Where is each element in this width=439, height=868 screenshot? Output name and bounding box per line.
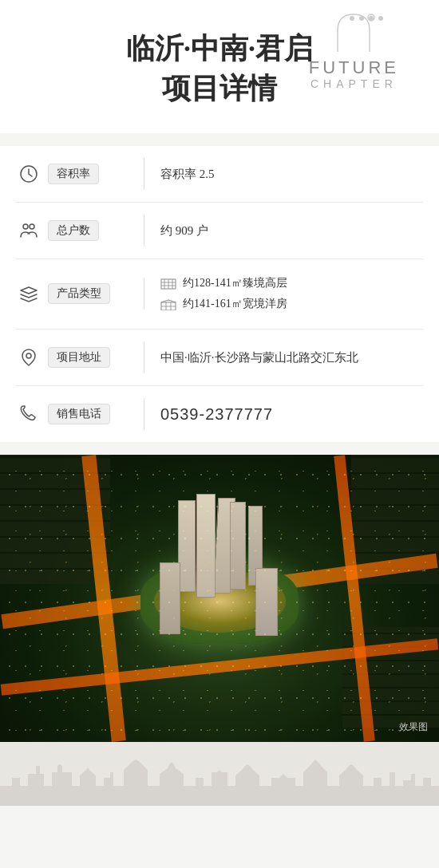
- location-icon: [16, 345, 42, 370]
- product-type-value: 约128-141㎡臻境高层 约141-161㎡宽境洋房: [160, 271, 423, 317]
- product-type-label: 产品类型: [48, 283, 110, 304]
- info-icon-label-address: 项目地址: [16, 345, 128, 370]
- divider-4: [144, 341, 144, 373]
- divider-2: [144, 215, 144, 247]
- building-high-icon: [160, 278, 176, 289]
- info-icon-label-total-units: 总户数: [16, 218, 128, 243]
- product-text-2: 约141-161㎡宽境洋房: [183, 295, 287, 313]
- info-row-address: 项目地址 中国·临沂·长沙路与蒙山北路交汇东北: [16, 329, 423, 386]
- info-section: 容积率 容积率 2.5 总户数: [0, 146, 439, 442]
- info-icon-label-phone: 销售电话: [16, 401, 128, 427]
- divider-5: [144, 398, 144, 430]
- bottom-skyline: [0, 742, 439, 806]
- city-background: [0, 455, 439, 742]
- skyline-svg: [0, 742, 439, 806]
- header-section: FUTURE CHAPTER 临沂·中南·君启 项目详情: [0, 0, 439, 133]
- info-icon-label-product-type: 产品类型: [16, 281, 128, 306]
- total-units-label: 总户数: [48, 220, 99, 241]
- info-row-phone: 销售电话 0539-2377777: [16, 386, 423, 442]
- total-units-value: 约 909 户: [160, 221, 423, 240]
- info-row-total-units: 总户数 约 909 户: [16, 203, 423, 259]
- svg-point-4: [30, 224, 34, 229]
- info-row-plot-ratio: 容积率 容积率 2.5: [16, 146, 423, 203]
- clock-icon: [16, 161, 42, 187]
- building-villa-icon: [160, 298, 176, 310]
- info-icon-label-plot-ratio: 容积率: [16, 161, 128, 187]
- svg-point-3: [23, 224, 28, 229]
- image-caption: 效果图: [399, 720, 428, 734]
- divider-3: [144, 278, 144, 310]
- product-text-1: 约128-141㎡臻境高层: [183, 274, 287, 292]
- address-value: 中国·临沂·长沙路与蒙山北路交汇东北: [160, 348, 423, 367]
- page-wrapper: FUTURE CHAPTER 临沂·中南·君启 项目详情 容积率: [0, 0, 439, 868]
- arch-shape: [330, 8, 378, 56]
- future-text: FUTURE: [309, 59, 399, 77]
- image-section: 效果图: [0, 455, 439, 742]
- divider-1: [144, 158, 144, 190]
- phone-value: 0539-2377777: [160, 401, 423, 427]
- info-row-product-type: 产品类型 约128-141㎡臻境高层: [16, 259, 423, 329]
- product-item-2: 约141-161㎡宽境洋房: [160, 295, 423, 313]
- plot-ratio-value: 容积率 2.5: [160, 164, 423, 183]
- lights-overlay: [0, 455, 439, 742]
- layers-icon: [16, 281, 42, 306]
- phone-icon: [16, 401, 42, 427]
- svg-point-1: [370, 16, 373, 19]
- svg-point-15: [26, 353, 31, 358]
- chapter-text: CHAPTER: [309, 77, 399, 93]
- aerial-image: [0, 455, 439, 742]
- product-item-1: 约128-141㎡臻境高层: [160, 274, 423, 292]
- phone-label: 销售电话: [48, 404, 110, 424]
- plot-ratio-label: 容积率: [48, 164, 99, 184]
- address-label: 项目地址: [48, 347, 110, 368]
- future-chapter-area: FUTURE CHAPTER: [24, 16, 415, 21]
- people-icon: [16, 218, 42, 243]
- future-chapter-logo: FUTURE CHAPTER: [309, 8, 399, 93]
